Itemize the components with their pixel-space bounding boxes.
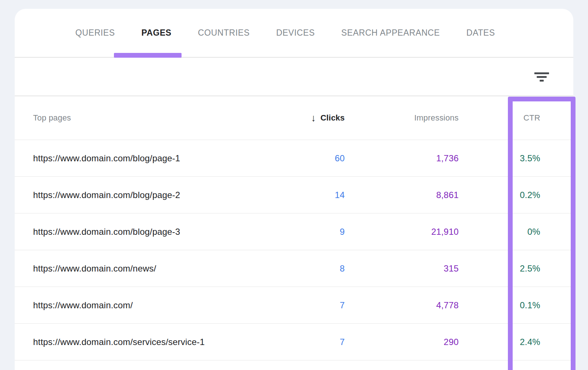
column-header-impressions[interactable]: Impressions [345, 113, 459, 123]
page-url[interactable]: https://www.domain.com/ [33, 300, 272, 310]
clicks-value: 7 [272, 337, 345, 347]
table-row-partial [15, 360, 573, 370]
active-tab-indicator [114, 53, 182, 58]
column-header-clicks[interactable]: ↓ Clicks [272, 113, 345, 123]
clicks-value: 60 [272, 153, 345, 164]
clicks-value: 8 [272, 263, 345, 274]
page-url[interactable]: https://www.domain.com/services/service-… [33, 337, 272, 347]
table-row[interactable]: https://www.domain.com/blog/page-3 9 21,… [15, 213, 573, 250]
impressions-value: 4,778 [345, 300, 459, 310]
impressions-value: 290 [345, 337, 459, 347]
column-header-clicks-label: Clicks [320, 113, 345, 123]
filter-list-icon [534, 72, 549, 82]
table-row[interactable]: https://www.domain.com/blog/page-2 14 8,… [15, 177, 573, 213]
page-url[interactable]: https://www.domain.com/news/ [33, 263, 272, 274]
tab-search-appearance[interactable]: SEARCH APPEARANCE [341, 28, 440, 38]
page-url[interactable]: https://www.domain.com/blog/page-2 [33, 190, 272, 200]
ctr-value: 0% [459, 227, 540, 237]
impressions-value: 21,910 [345, 227, 459, 237]
tab-queries[interactable]: QUERIES [75, 28, 115, 38]
column-header-ctr[interactable]: CTR [459, 113, 540, 123]
ctr-value: 2.5% [459, 263, 540, 274]
dimension-tabs: QUERIES PAGES COUNTRIES DEVICES SEARCH A… [15, 9, 573, 58]
impressions-value: 8,861 [345, 190, 459, 200]
ctr-value: 0.2% [459, 190, 540, 200]
impressions-value: 315 [345, 263, 459, 274]
page-url[interactable]: https://www.domain.com/blog/page-3 [33, 227, 272, 237]
table-row[interactable]: https://www.domain.com/blog/page-1 60 1,… [15, 140, 573, 177]
performance-report-card: QUERIES PAGES COUNTRIES DEVICES SEARCH A… [15, 9, 573, 370]
table-toolbar [15, 58, 573, 96]
table-row[interactable]: https://www.domain.com/ 7 4,778 0.1% [15, 287, 573, 324]
clicks-value: 7 [272, 300, 345, 310]
sort-descending-arrow-icon: ↓ [311, 113, 316, 123]
ctr-value: 3.5% [459, 153, 540, 164]
table-row[interactable]: https://www.domain.com/news/ 8 315 2.5% [15, 250, 573, 287]
clicks-value: 9 [272, 227, 345, 237]
ctr-value: 0.1% [459, 300, 540, 310]
tab-countries[interactable]: COUNTRIES [198, 28, 250, 38]
page-url[interactable]: https://www.domain.com/blog/page-1 [33, 153, 272, 164]
table-header-row: Top pages ↓ Clicks Impressions CTR [15, 96, 573, 140]
tab-devices[interactable]: DEVICES [276, 28, 315, 38]
tab-pages[interactable]: PAGES [141, 28, 172, 38]
impressions-value: 1,736 [345, 153, 459, 164]
tab-dates[interactable]: DATES [466, 28, 495, 38]
clicks-value: 14 [272, 190, 345, 200]
filter-button[interactable] [533, 68, 551, 86]
column-header-top-pages[interactable]: Top pages [33, 113, 272, 123]
table-row[interactable]: https://www.domain.com/services/service-… [15, 324, 573, 360]
ctr-value: 2.4% [459, 337, 540, 347]
